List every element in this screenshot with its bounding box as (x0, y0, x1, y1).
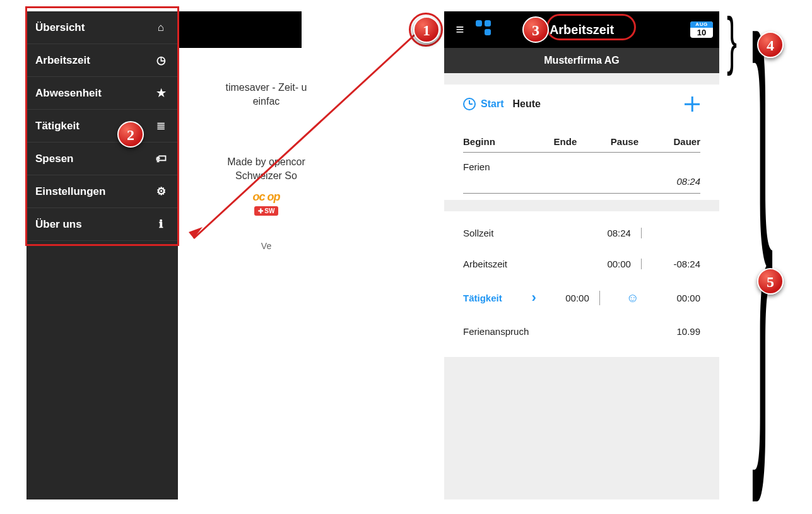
annotation-arrow (186, 30, 426, 243)
stats-value: 08:24 (555, 228, 642, 238)
add-entry-button[interactable] (684, 96, 700, 112)
annotation-ring-3 (546, 14, 636, 40)
entry-label: Ferien (463, 153, 700, 176)
annotation-badge-3: 3 (522, 16, 549, 43)
today-label: Heute (512, 98, 540, 110)
stats-label: Tätigkeit (463, 293, 528, 303)
entry-duration: 08:24 (463, 176, 700, 194)
date-day: 10 (690, 28, 713, 38)
stats-section: Sollzeit 08:24 Arbeitszeit 00:00 -08:24 … (444, 211, 719, 357)
stats-label: Arbeitszeit (463, 259, 555, 269)
stats-value: 10.99 (642, 326, 700, 337)
table-header: Beginn Ende Pause Dauer (463, 129, 700, 153)
row-taetigkeit[interactable]: Tätigkeit › 00:00 ☺ 00:00 (463, 279, 700, 316)
stats-value: 00:00 (555, 259, 642, 269)
clock-icon (463, 98, 476, 110)
stats-label: Ferienanspruch (463, 326, 555, 337)
annotation-badge-4: 4 (757, 32, 784, 58)
annotation-brace-4: } (727, 3, 737, 76)
start-button[interactable]: Start (481, 98, 503, 110)
stats-label: Sollzeit (463, 228, 555, 238)
date-chip[interactable]: AUG 10 (690, 21, 713, 38)
right-body: Start Heute Beginn Ende Pause Dauer Feri… (444, 73, 719, 499)
company-subhead: Musterfirma AG (444, 48, 719, 73)
annotation-badge-1: 1 (413, 16, 440, 43)
date-month: AUG (690, 21, 713, 28)
annotation-brace-5: } (751, 0, 774, 457)
row-ferienanspruch: Ferienanspruch 10.99 (463, 316, 700, 347)
start-card: Start Heute Beginn Ende Pause Dauer Feri… (444, 85, 719, 200)
stats-value: 00:00 (536, 293, 599, 303)
stats-value: -08:24 (642, 259, 700, 269)
svg-line-0 (194, 30, 420, 238)
annotation-badge-2: 2 (117, 121, 144, 148)
row-arbeitszeit: Arbeitszeit 00:00 -08:24 (463, 248, 700, 279)
col-pause: Pause (595, 136, 654, 147)
annotation-box-menu (25, 6, 179, 246)
row-sollzeit: Sollzeit 08:24 (463, 218, 700, 248)
chevron-right-icon: › (532, 289, 536, 306)
grey-spacer (444, 368, 719, 444)
smile-icon: ☺ (627, 291, 639, 305)
phone-screen-right: ≡ Arbeitszeit AUG 10 Musterfirma AG Star… (444, 11, 719, 499)
col-dauer: Dauer (654, 136, 700, 147)
stats-value: 00:00 (659, 293, 700, 303)
annotation-badge-5: 5 (757, 268, 784, 295)
col-ende: Ende (536, 136, 595, 147)
col-beginn: Beginn (463, 136, 536, 147)
